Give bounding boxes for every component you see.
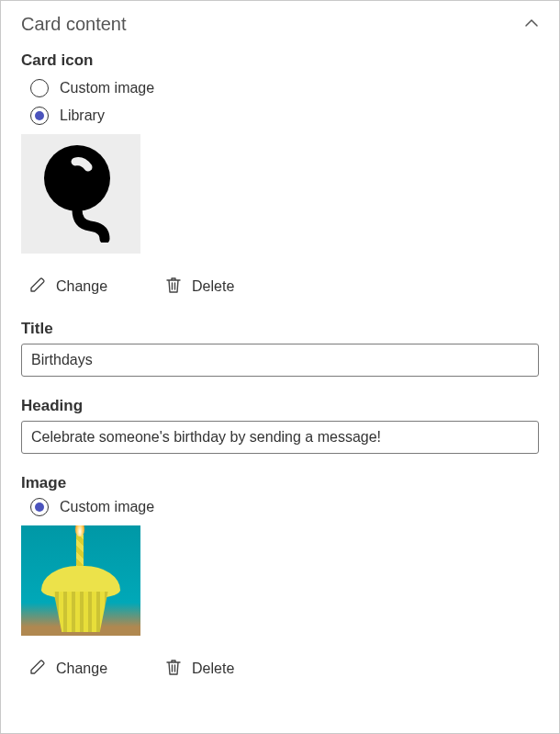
image-section-label: Image	[21, 474, 539, 492]
radio-icon	[30, 79, 49, 97]
image-radio-custom[interactable]: Custom image	[30, 498, 539, 516]
delete-label: Delete	[192, 278, 234, 295]
card-icon-radio-library[interactable]: Library	[30, 107, 539, 125]
balloon-icon	[35, 141, 127, 246]
change-label: Change	[56, 278, 107, 295]
image-actions: Change Delete	[28, 656, 539, 682]
delete-image-button[interactable]: Delete	[164, 656, 234, 682]
card-icon-actions: Change Delete	[28, 274, 539, 299]
cupcake-graphic	[47, 592, 115, 632]
radio-label: Custom image	[60, 80, 154, 96]
change-icon-button[interactable]: Change	[28, 274, 107, 299]
change-label: Change	[56, 661, 107, 677]
svg-point-0	[44, 145, 110, 211]
trash-icon	[164, 658, 183, 680]
card-icon-radio-custom[interactable]: Custom image	[30, 79, 539, 97]
chevron-up-icon[interactable]	[524, 16, 539, 34]
heading-input[interactable]	[21, 421, 539, 454]
card-icon-label: Card icon	[21, 51, 539, 70]
title-input[interactable]	[21, 344, 539, 377]
pencil-icon	[28, 276, 47, 298]
title-field-label: Title	[21, 320, 539, 338]
change-image-button[interactable]: Change	[28, 656, 107, 682]
card-content-panel: Card content Card icon Custom image Libr…	[0, 0, 560, 734]
image-preview	[21, 525, 140, 636]
pencil-icon	[28, 658, 47, 680]
panel-title: Card content	[21, 14, 127, 35]
trash-icon	[164, 276, 183, 298]
radio-label: Custom image	[60, 499, 154, 515]
radio-icon	[30, 498, 49, 516]
delete-icon-button[interactable]: Delete	[164, 274, 234, 299]
radio-label: Library	[60, 107, 105, 124]
radio-icon	[30, 107, 49, 125]
delete-label: Delete	[192, 661, 234, 677]
card-icon-preview	[21, 134, 140, 254]
panel-header: Card content	[21, 14, 539, 35]
heading-field-label: Heading	[21, 397, 539, 415]
